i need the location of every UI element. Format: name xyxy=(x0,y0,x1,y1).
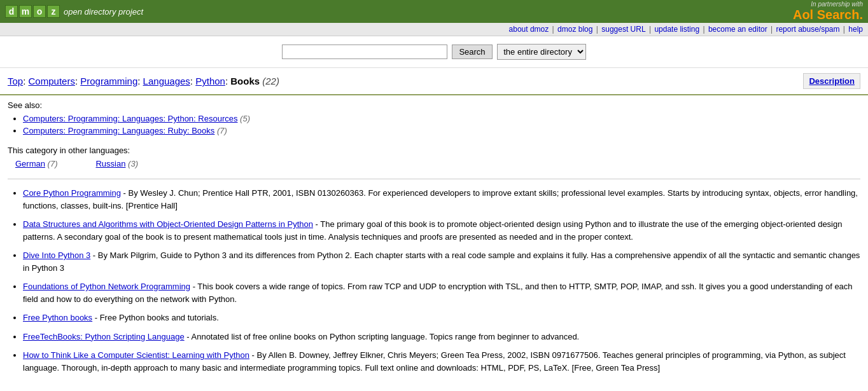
logo-letter-d: d xyxy=(5,5,18,18)
list-item: FreeTechBooks: Python Scripting Language… xyxy=(23,331,860,343)
header: d m o z open directory project In partne… xyxy=(0,0,868,23)
breadcrumb-computers[interactable]: Computers xyxy=(29,76,75,86)
book-link-5[interactable]: FreeTechBooks: Python Scripting Language xyxy=(23,332,185,341)
book-link-6[interactable]: How to Think Like a Computer Scientist: … xyxy=(23,350,249,360)
see-also-list: Computers: Programming: Languages: Pytho… xyxy=(8,114,860,135)
book-desc-4: - Free Python books and tutorials. xyxy=(92,313,219,322)
book-link-0[interactable]: Core Python Programming xyxy=(23,188,121,198)
list-item: Computers: Programming: Languages: Pytho… xyxy=(23,114,860,123)
aol-partnership: In partnership with Aol Search. xyxy=(793,1,863,22)
logo-letter-z: z xyxy=(47,5,60,18)
logo-letter-m: m xyxy=(19,5,32,18)
book-link-2[interactable]: Dive Into Python 3 xyxy=(23,250,90,260)
partnership-text: In partnership with xyxy=(793,1,863,8)
see-also-heading: See also: xyxy=(8,100,860,110)
list-item: Data Structures and Algorithms with Obje… xyxy=(23,218,860,243)
logo-area: d m o z open directory project xyxy=(5,5,143,18)
breadcrumb-languages[interactable]: Languages xyxy=(143,76,190,86)
search-bar: Search the entire directory xyxy=(0,36,868,68)
language-link-german[interactable]: German xyxy=(15,159,45,168)
see-also-link-0[interactable]: Computers: Programming: Languages: Pytho… xyxy=(23,114,237,123)
description-link[interactable]: Description xyxy=(803,73,860,89)
nav-bar: about dmoz | dmoz blog | suggest URL | u… xyxy=(0,23,868,36)
logo-letter-o: o xyxy=(33,5,46,18)
nav-report[interactable]: report abuse/spam xyxy=(776,25,839,34)
breadcrumb-count: (22) xyxy=(262,76,279,86)
book-link-3[interactable]: Foundations of Python Network Programmin… xyxy=(23,282,190,291)
language-link-russian[interactable]: Russian xyxy=(95,159,125,168)
aol-brand: Aol Search. xyxy=(793,8,863,22)
languages-grid: German (7) Russian (3) xyxy=(8,159,860,168)
breadcrumb-programming[interactable]: Programming xyxy=(80,76,137,86)
search-scope-select[interactable]: the entire directory xyxy=(497,44,586,60)
search-input[interactable] xyxy=(282,45,447,59)
nav-update[interactable]: update listing xyxy=(654,25,699,34)
nav-become-editor[interactable]: become an editor xyxy=(708,25,767,34)
list-item: Dive Into Python 3 - By Mark Pilgrim, Gu… xyxy=(23,249,860,274)
search-button[interactable]: Search xyxy=(452,45,492,59)
aol-text: Aol xyxy=(793,8,813,22)
see-also-count-1: (7) xyxy=(217,126,227,135)
breadcrumb-python[interactable]: Python xyxy=(195,76,225,86)
dmoz-logo-boxes: d m o z xyxy=(5,5,60,18)
book-link-1[interactable]: Data Structures and Algorithms with Obje… xyxy=(23,219,313,229)
nav-about[interactable]: about dmoz xyxy=(509,25,549,34)
see-also-count-0: (5) xyxy=(240,114,250,123)
breadcrumb-top[interactable]: Top xyxy=(8,76,23,86)
book-link-4[interactable]: Free Python books xyxy=(23,313,92,322)
languages-heading: This category in other languages: xyxy=(8,146,860,155)
divider xyxy=(8,179,860,179)
book-desc-0: - By Wesley J. Chun; Prentice Hall PTR, … xyxy=(23,188,858,210)
language-count-russian: (3) xyxy=(128,159,138,168)
book-desc-2: - By Mark Pilgrim, Guide to Python 3 and… xyxy=(23,250,860,273)
breadcrumb-bar: Top: Computers: Programming: Languages: … xyxy=(0,68,868,95)
language-item-german: German (7) xyxy=(15,159,57,168)
breadcrumb: Top: Computers: Programming: Languages: … xyxy=(8,76,279,86)
book-list: Core Python Programming - By Wesley J. C… xyxy=(8,187,860,374)
search-text: Search. xyxy=(813,8,863,22)
nav-blog[interactable]: dmoz blog xyxy=(557,25,592,34)
nav-suggest[interactable]: suggest URL xyxy=(601,25,645,34)
language-count-german: (7) xyxy=(48,159,58,168)
list-item: Core Python Programming - By Wesley J. C… xyxy=(23,187,860,212)
nav-help[interactable]: help xyxy=(848,25,863,34)
list-item: How to Think Like a Computer Scientist: … xyxy=(23,349,860,374)
list-item: Computers: Programming: Languages: Ruby:… xyxy=(23,126,860,135)
language-item-russian: Russian (3) xyxy=(95,159,137,168)
list-item: Foundations of Python Network Programmin… xyxy=(23,280,860,305)
main-content: See also: Computers: Programming: Langua… xyxy=(0,95,868,385)
list-item: Free Python books - Free Python books an… xyxy=(23,312,860,324)
logo-text: open directory project xyxy=(64,7,143,17)
breadcrumb-current: Books xyxy=(230,76,260,86)
see-also-section: See also: Computers: Programming: Langua… xyxy=(8,100,860,135)
languages-section: This category in other languages: German… xyxy=(8,146,860,168)
book-desc-5: - Annotated list of free online books on… xyxy=(185,332,580,341)
see-also-link-1[interactable]: Computers: Programming: Languages: Ruby:… xyxy=(23,126,214,135)
